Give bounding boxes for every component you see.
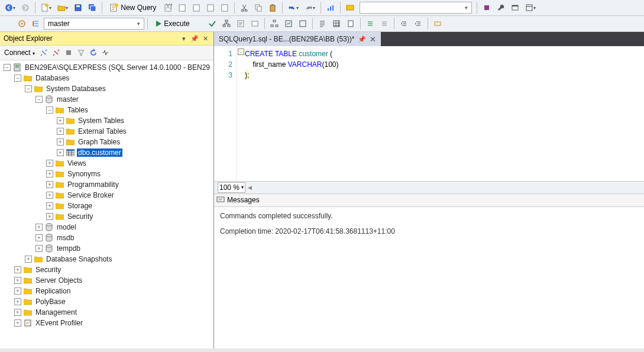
zoom-dropdown[interactable]: 100 % ▾ <box>218 182 245 193</box>
replication-node[interactable]: +Replication <box>0 286 213 296</box>
outdent-icon[interactable] <box>412 17 425 30</box>
expand-toggle[interactable]: + <box>14 288 21 295</box>
tempdb-node[interactable]: +tempdb <box>0 243 213 254</box>
specify-values-icon[interactable] <box>431 17 444 30</box>
save-button[interactable] <box>72 1 85 14</box>
expand-toggle[interactable]: + <box>57 117 64 124</box>
comment-icon[interactable] <box>364 17 377 30</box>
programmability-node[interactable]: +Programmability <box>0 179 213 190</box>
save-all-button[interactable] <box>86 1 99 14</box>
security-node[interactable]: +Security <box>0 264 213 275</box>
expand-toggle[interactable]: + <box>25 256 32 263</box>
storage-node[interactable]: +Storage <box>0 201 213 211</box>
messages-output[interactable]: Commands completed successfully. Complet… <box>214 207 644 349</box>
activity-icon[interactable] <box>344 1 357 14</box>
expand-toggle[interactable]: + <box>46 181 53 188</box>
expand-toggle[interactable]: + <box>46 202 53 209</box>
db-query-icon-5[interactable] <box>218 1 231 14</box>
query-options-icon[interactable] <box>234 17 247 30</box>
disconnect-icon[interactable] <box>51 47 62 58</box>
server-objects-node[interactable]: +Server Objects <box>0 275 213 286</box>
expand-toggle[interactable]: + <box>46 192 53 199</box>
object-tree[interactable]: −BEN29EA\SQLEXPRESS (SQL Server 14.0.100… <box>0 60 213 348</box>
expand-toggle[interactable]: + <box>14 277 21 284</box>
connect-button[interactable]: Connect ▾ <box>2 49 37 57</box>
window-position-icon[interactable]: ▾ <box>179 35 189 43</box>
master-db-node[interactable]: −master <box>0 94 213 105</box>
results-file-icon[interactable] <box>344 17 357 30</box>
results-text-icon[interactable] <box>316 17 329 30</box>
pulse-icon[interactable] <box>101 47 111 58</box>
registered-servers-icon[interactable] <box>480 1 493 14</box>
display-plan-icon[interactable] <box>220 17 233 30</box>
nav-back-button[interactable]: ▾ <box>2 1 18 14</box>
server-node[interactable]: −BEN29EA\SQLEXPRESS (SQL Server 14.0.100… <box>0 62 213 73</box>
open-file-button[interactable]: ▾ <box>55 1 70 14</box>
paste-button[interactable] <box>266 1 279 14</box>
views-node[interactable]: +Views <box>0 158 213 169</box>
expand-toggle[interactable]: − <box>35 96 43 103</box>
msdb-node[interactable]: +msdb <box>0 232 213 243</box>
refresh-icon[interactable] <box>88 47 99 58</box>
browser-icon[interactable] <box>509 1 522 14</box>
tables-node[interactable]: −Tables <box>0 105 213 115</box>
expand-toggle[interactable]: + <box>46 170 53 177</box>
intellisense-icon[interactable] <box>248 17 261 30</box>
live-stats-icon[interactable] <box>282 17 295 30</box>
synonyms-node[interactable]: +Synonyms <box>0 169 213 179</box>
system-tables-node[interactable]: +System Tables <box>0 115 213 126</box>
external-tables-node[interactable]: +External Tables <box>0 126 213 137</box>
expand-toggle[interactable]: − <box>25 85 32 92</box>
expand-toggle[interactable]: + <box>57 149 64 156</box>
management-node[interactable]: +Management <box>0 307 213 318</box>
messages-tab[interactable]: Messages <box>227 196 260 204</box>
graph-tables-node[interactable]: +Graph Tables <box>0 137 213 147</box>
tab-close-icon[interactable]: ✕ <box>370 35 376 44</box>
change-connection-icon[interactable] <box>30 17 43 30</box>
expand-toggle[interactable]: + <box>46 160 53 167</box>
expand-toggle[interactable]: − <box>46 106 53 114</box>
expand-toggle[interactable]: + <box>14 309 21 316</box>
pin-icon[interactable]: 📌 <box>190 35 199 43</box>
uncomment-icon[interactable] <box>378 17 391 30</box>
parse-icon[interactable] <box>206 17 219 30</box>
expand-toggle[interactable]: + <box>14 266 21 273</box>
results-grid-icon[interactable] <box>330 17 343 30</box>
connect-icon[interactable] <box>38 47 49 58</box>
expand-toggle[interactable]: − <box>14 75 21 82</box>
expand-toggle[interactable]: + <box>35 224 43 231</box>
expand-toggle[interactable]: + <box>57 128 64 135</box>
expand-toggle[interactable]: + <box>57 138 64 146</box>
db-snapshots-node[interactable]: +Database Snapshots <box>0 254 213 264</box>
model-db-node[interactable]: +model <box>0 222 213 232</box>
expand-toggle[interactable]: + <box>14 319 21 327</box>
system-databases-node[interactable]: −System Databases <box>0 83 213 94</box>
expand-toggle[interactable]: + <box>46 213 53 220</box>
client-stats-icon[interactable] <box>296 17 309 30</box>
tab-sqlquery1[interactable]: SQLQuery1.sql - BE...(BEN29EA\BB (53))* … <box>214 32 381 46</box>
db-query-icon[interactable]: XML <box>161 1 174 14</box>
new-file-button[interactable]: ▾ <box>38 1 54 14</box>
filter-icon[interactable] <box>76 47 86 58</box>
database-dropdown[interactable]: master▾ <box>44 18 144 30</box>
dbo-customer-node[interactable]: +dbo.customer <box>0 147 213 158</box>
wrench-icon[interactable] <box>494 1 507 14</box>
db-query-icon-4[interactable] <box>204 1 217 14</box>
nav-forward-button[interactable] <box>19 1 32 14</box>
expand-toggle[interactable]: + <box>14 298 21 305</box>
search-dropdown[interactable]: ▾ <box>360 2 472 14</box>
service-broker-node[interactable]: +Service Broker <box>0 190 213 201</box>
undo-button[interactable]: ▾ <box>286 1 301 14</box>
close-panel-icon[interactable]: ✕ <box>200 35 210 43</box>
polybase-node[interactable]: +PolyBase <box>0 296 213 307</box>
tab-pin-icon[interactable]: 📌 <box>358 35 366 43</box>
redo-button[interactable]: ▾ <box>302 1 318 14</box>
include-plan-icon[interactable] <box>268 17 281 30</box>
db-query-icon-2[interactable] <box>176 1 189 14</box>
databases-node[interactable]: −Databases <box>0 73 213 83</box>
db-query-icon-3[interactable] <box>190 1 203 14</box>
debug-target-icon[interactable] <box>15 17 28 30</box>
window-icon[interactable]: ▾ <box>523 1 538 14</box>
execute-button[interactable]: Execute <box>151 17 194 30</box>
expand-toggle[interactable]: + <box>35 245 43 252</box>
